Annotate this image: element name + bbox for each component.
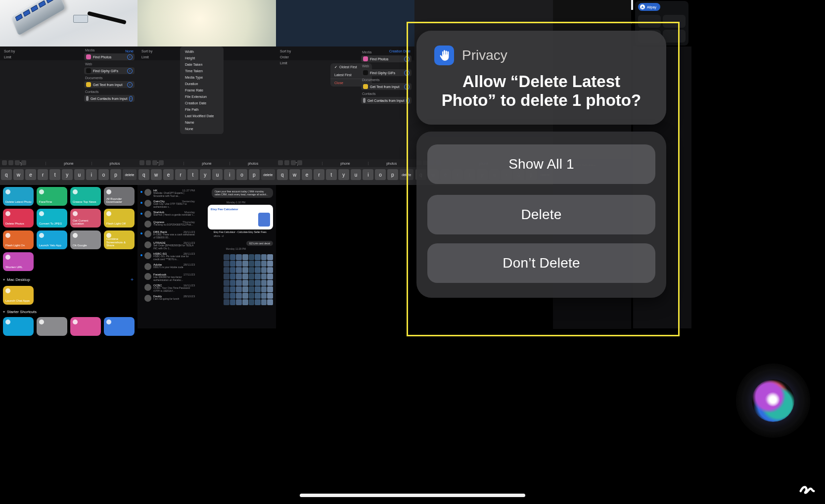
key-t[interactable]: t	[49, 169, 60, 180]
key-e[interactable]: e	[25, 169, 36, 180]
key-y[interactable]: y	[200, 169, 211, 180]
key-q[interactable]: q	[138, 169, 149, 180]
sort-menu-item[interactable]: File Extension	[180, 93, 224, 100]
shortcut-tile[interactable]: Get Current Location	[70, 209, 101, 228]
key-o[interactable]: o	[375, 169, 386, 180]
key-o[interactable]: o	[98, 169, 109, 180]
sortby-menu[interactable]: WidthHeightDate TakenTime TakenMedia Typ…	[180, 46, 224, 134]
shortcut-tile[interactable]	[104, 317, 135, 336]
key-delete[interactable]: delete	[400, 169, 413, 180]
action-find-photos[interactable]: Find Photosi	[361, 55, 412, 62]
shortcut-tile[interactable]: Launch Yelo App	[37, 230, 67, 249]
shortcut-tile[interactable]: Greece Top News	[70, 187, 101, 206]
shortcut-tile[interactable]: Shorten URL	[3, 252, 34, 271]
add-shortcut-button[interactable]: ＋	[130, 276, 135, 283]
kb-suggestion[interactable]: phone	[46, 162, 92, 165]
shortcut-tile[interactable]: Flash Light Off	[104, 209, 135, 228]
delete-button[interactable]: Delete	[427, 195, 655, 234]
sort-menu-item[interactable]: Width	[180, 48, 224, 55]
key-o[interactable]: o	[236, 169, 247, 180]
shortcut-tile[interactable]: Combine Screenshots & Share	[104, 230, 135, 249]
sort-menu-item[interactable]: None	[180, 126, 224, 132]
shortcut-tile[interactable]	[3, 317, 34, 336]
sort-menu-item[interactable]: Duration	[180, 81, 224, 87]
key-w[interactable]: w	[13, 169, 24, 180]
message-thread[interactable]: QxpressThursdayTracking no:SGP2543697012…	[140, 221, 195, 228]
key-r[interactable]: r	[175, 169, 186, 180]
kb-suggestion[interactable]: photos	[92, 162, 138, 165]
shortcut-tile[interactable]: Delete Latest Photo	[3, 187, 34, 206]
sort-menu-item[interactable]: Time Taken	[180, 68, 224, 74]
dont-delete-button[interactable]: Don’t Delete	[427, 243, 655, 283]
link-card[interactable]: Etsy Fee Calculator	[208, 205, 273, 229]
message-thread[interactable]: DBS Bank29/11/23Fr DBS: There was a cash…	[140, 230, 195, 238]
shortcut-tile[interactable]	[70, 317, 101, 336]
shortcut-tile[interactable]	[37, 317, 67, 336]
key-i[interactable]: i	[363, 169, 373, 180]
sort-menu-item[interactable]: Name	[180, 119, 224, 126]
sort-menu-item[interactable]: Frame Rate	[180, 87, 224, 93]
show-all-button[interactable]: Show All 1	[427, 144, 655, 184]
kb-suggestion[interactable]: photos	[368, 162, 414, 165]
key-q[interactable]: q	[277, 169, 288, 180]
kb-suggestion[interactable]: phone	[183, 162, 230, 165]
key-p[interactable]: p	[249, 169, 260, 180]
key-r[interactable]: r	[314, 169, 324, 180]
key-p[interactable]: p	[387, 169, 398, 180]
message-thread[interactable]: OCBC16/11/23OCBC: Your One-Time Password…	[140, 284, 195, 292]
message-thread[interactable]: UTRADE29/11/23Sell Order [BP4082900]M fo…	[140, 241, 195, 249]
action-find-giphy[interactable]: Find Giphy GIFsi	[361, 69, 412, 76]
sort-menu-item[interactable]: Height	[180, 55, 224, 61]
sort-menu-item[interactable]: Creation Date	[180, 100, 224, 106]
kb-suggestion[interactable]: photos	[230, 162, 276, 165]
message-thread[interactable]: Daddy28/10/23I am not going for lunch	[140, 295, 195, 302]
keyboard-2[interactable]: "ph"phonephotosqwertyuiopdelete	[138, 159, 276, 185]
action-find-giphy[interactable]: Find Giphy GIFsi	[84, 67, 135, 74]
message-thread[interactable]: HSBC-SG28/11/23HSBC-SG: Pls note total d…	[140, 252, 195, 260]
action-get-text[interactable]: Get Text from Inputi	[361, 83, 412, 90]
sort-menu-item[interactable]: File Path	[180, 106, 224, 113]
message-thread[interactable]: StarHubMonday StarHub | Here's a gentle …	[140, 211, 195, 218]
key-delete[interactable]: delete	[123, 169, 137, 180]
shortcut-tile[interactable]: Ok Google	[70, 230, 101, 249]
action-get-text[interactable]: Get Text from Inputi	[84, 81, 135, 88]
key-e[interactable]: e	[163, 169, 174, 180]
shortcut-tile[interactable]: FaceTime	[37, 187, 67, 206]
keyboard-3[interactable]: "ph"phonephotosqwertyuiopdelete	[276, 159, 414, 185]
key-e[interactable]: e	[302, 169, 313, 180]
message-thread[interactable]: GainCityYesterdayGain City: Use OTP 7305…	[140, 200, 195, 208]
sort-menu-item[interactable]: Media Type	[180, 74, 224, 81]
key-t[interactable]: t	[326, 169, 337, 180]
key-q[interactable]: q	[1, 169, 12, 180]
action-get-contacts[interactable]: Get Contacts from Inputi	[361, 97, 412, 104]
key-p[interactable]: p	[110, 169, 121, 180]
sort-menu-item[interactable]: Date Taken	[180, 61, 224, 68]
shortcut-tile[interactable]: Launch Chat Apps	[3, 286, 34, 305]
home-indicator[interactable]	[300, 494, 525, 497]
shortcut-tile[interactable]: All Rounder Downloader	[104, 187, 135, 206]
message-thread[interactable]: Facebook17/11/23Use 334390 for two-facto…	[140, 273, 195, 281]
action-find-photos[interactable]: Find Photosi	[84, 53, 135, 60]
key-u[interactable]: u	[74, 169, 85, 180]
scribble-icon[interactable]	[797, 476, 817, 498]
key-y[interactable]: y	[62, 169, 73, 180]
kb-suggestion[interactable]: phone	[322, 162, 369, 165]
shortcut-tile[interactable]: Flash Light On	[3, 230, 34, 249]
key-w[interactable]: w	[289, 169, 300, 180]
key-i[interactable]: i	[86, 169, 97, 180]
shortcut-tile[interactable]: Delete Photos	[3, 209, 34, 228]
key-u[interactable]: u	[212, 169, 223, 180]
shortcut-tile[interactable]: Convert To JPEG	[37, 209, 67, 228]
keyboard-1[interactable]: "ph"phonephotosqwertyuiopdelete	[0, 159, 138, 185]
key-delete[interactable]: delete	[261, 169, 275, 180]
action-get-contacts[interactable]: Get Contacts from Inputi	[84, 95, 135, 102]
messages-thread-list[interactable]: HK11:27 PMWebsite: ChatGPT Experts | Str…	[140, 189, 195, 305]
message-thread[interactable]: HK11:27 PMWebsite: ChatGPT Experts | Str…	[140, 189, 195, 197]
key-u[interactable]: u	[351, 169, 362, 180]
key-y[interactable]: y	[338, 169, 349, 180]
key-r[interactable]: r	[38, 169, 48, 180]
key-t[interactable]: t	[187, 169, 198, 180]
key-i[interactable]: i	[224, 169, 235, 180]
message-thread[interactable]: Adobe28/11/23030171 is your Adobe code	[140, 263, 195, 270]
sort-menu-item[interactable]: Last Modified Date	[180, 113, 224, 119]
